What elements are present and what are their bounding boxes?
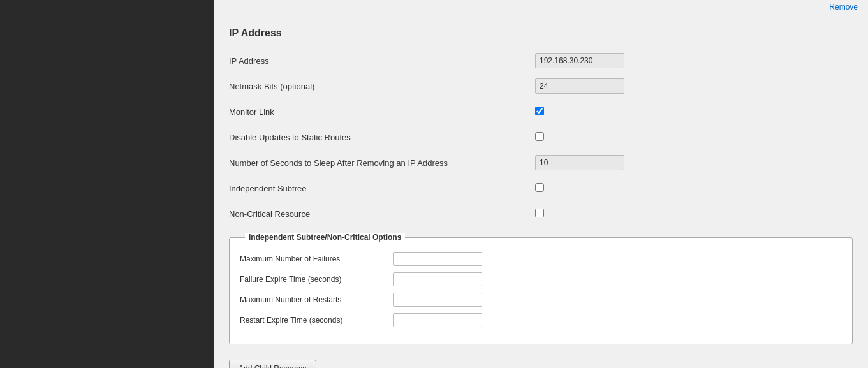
independent-subtree-control — [535, 183, 624, 194]
sleep-seconds-label: Number of Seconds to Sleep After Removin… — [229, 158, 535, 168]
restart-expire-row: Restart Expire Time (seconds) — [240, 313, 842, 327]
max-restarts-label: Maximum Number of Restarts — [240, 295, 393, 304]
disable-updates-control — [535, 132, 624, 143]
disable-updates-label: Disable Updates to Static Routes — [229, 133, 535, 142]
monitor-link-checkbox[interactable] — [535, 107, 544, 115]
monitor-link-label: Monitor Link — [229, 107, 535, 117]
remove-link[interactable]: Remove — [829, 3, 858, 11]
max-restarts-input[interactable] — [393, 293, 482, 307]
sleep-seconds-row: Number of Seconds to Sleep After Removin… — [229, 154, 853, 172]
restart-expire-input[interactable] — [393, 313, 482, 327]
max-failures-row: Maximum Number of Failures — [240, 252, 842, 266]
max-failures-label: Maximum Number of Failures — [240, 254, 393, 263]
independent-subtree-label: Independent Subtree — [229, 184, 535, 193]
main-content: Remove IP Address IP Address Netmask Bit… — [214, 0, 868, 368]
disable-updates-checkbox[interactable] — [535, 132, 544, 141]
failure-expire-label: Failure Expire Time (seconds) — [240, 275, 393, 284]
netmask-control — [535, 78, 624, 94]
sidebar — [0, 0, 214, 368]
max-restarts-row: Maximum Number of Restarts — [240, 293, 842, 307]
non-critical-row: Non-Critical Resource — [229, 205, 853, 223]
form-section: IP Address IP Address Netmask Bits (opti… — [214, 17, 868, 368]
monitor-link-control — [535, 107, 624, 117]
restart-expire-label: Restart Expire Time (seconds) — [240, 316, 393, 325]
independent-subtree-checkbox[interactable] — [535, 183, 544, 192]
top-bar: Remove — [214, 0, 868, 17]
ip-address-control — [535, 53, 624, 68]
sleep-seconds-control — [535, 155, 624, 170]
add-child-resource-button[interactable]: Add Child Resource — [229, 360, 316, 368]
netmask-input[interactable] — [535, 78, 624, 94]
netmask-row: Netmask Bits (optional) — [229, 77, 853, 95]
section-title: IP Address — [229, 27, 853, 39]
max-failures-input[interactable] — [393, 252, 482, 266]
disable-updates-row: Disable Updates to Static Routes — [229, 128, 853, 146]
monitor-link-row: Monitor Link — [229, 103, 853, 121]
non-critical-checkbox[interactable] — [535, 209, 544, 217]
failure-expire-row: Failure Expire Time (seconds) — [240, 272, 842, 286]
non-critical-control — [535, 209, 624, 219]
subtree-options-fieldset: Independent Subtree/Non-Critical Options… — [229, 233, 853, 344]
sleep-seconds-input[interactable] — [535, 155, 624, 170]
failure-expire-input[interactable] — [393, 272, 482, 286]
ip-address-label: IP Address — [229, 56, 535, 66]
fieldset-legend: Independent Subtree/Non-Critical Options — [245, 233, 405, 242]
netmask-label: Netmask Bits (optional) — [229, 82, 535, 91]
independent-subtree-row: Independent Subtree — [229, 179, 853, 197]
ip-address-row: IP Address — [229, 52, 853, 70]
ip-address-input[interactable] — [535, 53, 624, 68]
non-critical-label: Non-Critical Resource — [229, 209, 535, 219]
